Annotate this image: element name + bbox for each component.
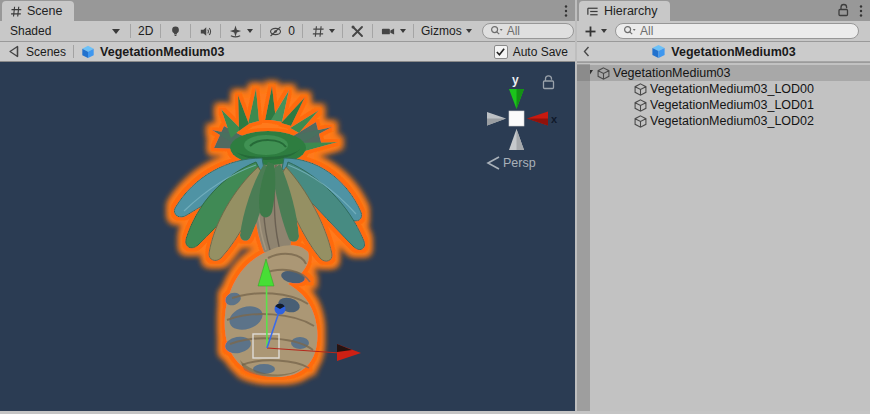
effects-toggle-button[interactable] — [224, 22, 257, 41]
hierarchy-panel: Hierarchy — [577, 0, 870, 414]
scene-viewport[interactable]: y x — [0, 62, 575, 411]
auto-save-checkbox[interactable] — [494, 45, 508, 59]
scene-toolbar: Shaded 2D — [0, 21, 575, 42]
chevron-down-icon — [466, 29, 472, 33]
breadcrumb-current-prefab[interactable]: VegetationMedium03 — [81, 45, 224, 59]
chevron-down-icon — [601, 29, 607, 33]
hidden-count: 0 — [288, 24, 295, 38]
breadcrumb-scenes[interactable]: Scenes — [7, 45, 66, 59]
panel-divider[interactable] — [575, 0, 577, 414]
prefab-back-button[interactable] — [577, 42, 595, 62]
prefab-breadcrumb-bar: Scenes VegetationMedium03 Auto Save — [0, 42, 575, 62]
gameobject-cube-icon — [634, 99, 647, 112]
scene-tabstrip: Scene — [0, 0, 575, 21]
scenes-back-icon — [7, 45, 21, 58]
hierarchy-item-label: VegetationMedium03_LOD01 — [650, 98, 814, 112]
hierarchy-row[interactable]: VegetationMedium03_LOD02 — [577, 113, 870, 129]
search-icon — [623, 25, 636, 37]
gizmos-dropdown[interactable]: Gizmos — [417, 22, 476, 41]
auto-save-control: Auto Save — [494, 45, 568, 59]
breadcrumb-prefab-name: VegetationMedium03 — [100, 45, 224, 59]
shading-mode-label: Shaded — [10, 24, 51, 38]
hierarchy-item-label: VegetationMedium03 — [613, 66, 730, 80]
prefab-mode-header: VegetationMedium03 — [577, 42, 870, 62]
effects-star-icon — [228, 24, 243, 39]
axis-center-cube — [509, 111, 524, 126]
hierarchy-search-input[interactable]: All — [615, 23, 859, 39]
2d-label: 2D — [138, 24, 153, 38]
component-tools-button[interactable] — [346, 22, 369, 41]
chevron-down-icon — [112, 29, 120, 34]
expander-icon[interactable] — [585, 70, 593, 76]
chevron-down-icon[interactable] — [400, 29, 406, 33]
hierarchy-tab-label: Hierarchy — [604, 4, 658, 18]
checkmark-icon — [495, 47, 506, 57]
gameobject-cube-icon — [597, 67, 610, 80]
search-icon — [490, 25, 503, 37]
hierarchy-menu-kebab-icon[interactable] — [859, 4, 863, 18]
hierarchy-tree: VegetationMedium03 VegetationMedium03_LO… — [577, 65, 870, 129]
hierarchy-row[interactable]: VegetationMedium03_LOD00 — [577, 81, 870, 97]
axis-x-label: x — [551, 113, 558, 125]
grid-visibility-button[interactable] — [306, 22, 339, 41]
grid-icon — [310, 24, 325, 39]
audio-toggle-button[interactable] — [194, 22, 217, 41]
scenes-label: Scenes — [26, 45, 66, 59]
gizmos-label: Gizmos — [421, 24, 462, 38]
gameobject-cube-icon — [634, 83, 647, 96]
orientation-gizmo[interactable]: y x — [487, 73, 558, 150]
projection-indicator[interactable]: Persp — [488, 156, 536, 170]
hierarchy-content: VegetationMedium03 VegetationMedium03_LO… — [577, 63, 870, 414]
tab-scene[interactable]: Scene — [2, 1, 74, 21]
projection-label: Persp — [503, 156, 536, 170]
scene-search-input[interactable]: All — [482, 23, 574, 39]
hierarchy-toolbar: All — [577, 21, 870, 42]
speaker-icon — [198, 24, 213, 39]
hierarchy-row[interactable]: VegetationMedium03 — [577, 65, 870, 81]
plus-icon — [584, 25, 597, 38]
unity-editor-window: Scene Shaded 2D — [0, 0, 870, 414]
scene-menu-kebab-icon[interactable] — [564, 4, 568, 18]
hierarchy-row[interactable]: VegetationMedium03_LOD01 — [577, 97, 870, 113]
scene-search-text: All — [507, 24, 520, 38]
viewport-lock-icon[interactable] — [544, 76, 554, 89]
toggle-2d-button[interactable]: 2D — [134, 22, 157, 41]
scene-grid-icon — [9, 5, 22, 18]
chevron-down-icon[interactable] — [247, 29, 253, 33]
hierarchy-list-icon — [586, 5, 599, 18]
gameobject-cube-icon — [634, 115, 647, 128]
create-object-button[interactable] — [580, 22, 611, 41]
chevron-down-icon[interactable] — [329, 29, 335, 33]
scene-tab-label: Scene — [27, 4, 62, 18]
chevron-left-icon — [583, 46, 590, 57]
scene-visibility-button[interactable]: 0 — [264, 22, 299, 41]
tools-icon — [350, 24, 365, 39]
hierarchy-item-label: VegetationMedium03_LOD00 — [650, 82, 814, 96]
auto-save-label: Auto Save — [513, 45, 568, 59]
hidden-eye-icon — [268, 24, 284, 39]
hierarchy-tabstrip: Hierarchy — [577, 0, 870, 21]
lightbulb-icon — [168, 24, 183, 39]
axis-y-label: y — [512, 73, 519, 87]
scene-panel: Scene Shaded 2D — [0, 0, 575, 414]
prefab-header-name: VegetationMedium03 — [671, 45, 795, 59]
shading-mode-dropdown[interactable]: Shaded — [3, 22, 127, 41]
tab-hierarchy[interactable]: Hierarchy — [579, 1, 670, 21]
prefab-cube-icon — [81, 45, 95, 59]
camera-settings-button[interactable] — [376, 22, 410, 41]
prefab-cube-icon — [651, 44, 666, 59]
persp-angle-icon — [488, 157, 499, 169]
hierarchy-search-text: All — [640, 24, 653, 38]
camera-icon — [380, 24, 396, 39]
lock-icon[interactable] — [837, 3, 850, 18]
lighting-toggle-button[interactable] — [164, 22, 187, 41]
hierarchy-item-label: VegetationMedium03_LOD02 — [650, 114, 814, 128]
